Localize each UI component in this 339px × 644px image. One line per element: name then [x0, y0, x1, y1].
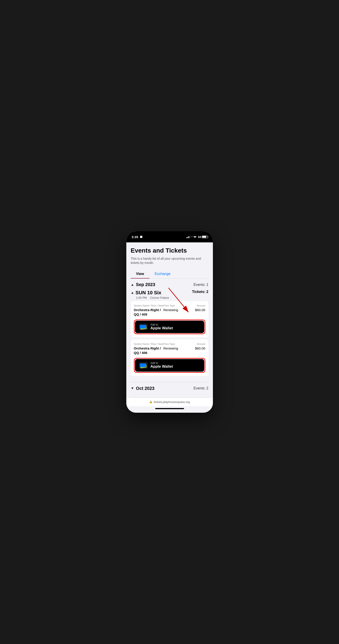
battery-icon: 84 — [198, 235, 207, 238]
section-value-1: Orchestra Right / QQ / 405 — [134, 308, 163, 316]
home-bar[interactable] — [155, 408, 184, 409]
wallet-icon-1 — [139, 324, 148, 330]
tab-exchange[interactable]: Exchange — [149, 270, 176, 278]
url-bar: 🔒 tickets.playhousesquare.org — [126, 398, 213, 406]
add-to-text-2: Add to — [151, 362, 173, 364]
home-indicator — [126, 406, 213, 413]
signal-icon — [186, 236, 190, 238]
event-day-name: ▲ SUN 10 Six — [131, 290, 192, 296]
amount-value-2: $60.00 — [188, 346, 205, 350]
wifi-icon: ᵎ — [192, 235, 197, 238]
price-type-value-2: Renewing — [163, 346, 188, 350]
apple-wallet-button-2[interactable]: Add to Apple Wallet — [135, 359, 204, 372]
month-section-sep: ▲ Sep 2023 Events: 1 ▲ SUN 10 Six 1:00 P… — [131, 278, 208, 382]
time-display: 3:35 — [132, 235, 138, 239]
price-type-label-2: Price Type — [163, 342, 188, 345]
month-header-oct[interactable]: ▼ Oct 2023 Events: 2 — [131, 386, 208, 391]
status-bar-left: 3:35 ⊡ — [132, 235, 142, 239]
amount-label-1: Amount — [188, 304, 205, 307]
page-subtitle: This is a handy list of all your upcomin… — [131, 256, 208, 265]
price-type-label-1: Price Type — [163, 304, 188, 307]
event-sun10-six: ▲ SUN 10 Six 1:00 PM Connor Palace Ticke… — [131, 290, 208, 376]
add-to-text-1: Add to — [151, 323, 173, 326]
event-chevron-up-icon: ▲ — [131, 291, 134, 295]
sep-events-count: Events: 1 — [194, 283, 208, 287]
amount-value-1: $60.00 — [188, 308, 205, 312]
page-content: Events and Tickets This is a handy list … — [126, 242, 213, 398]
url-text: tickets.playhousesquare.org — [154, 400, 190, 404]
tab-view[interactable]: View — [131, 270, 149, 278]
apple-wallet-button-1[interactable]: Add to Apple Wallet — [135, 321, 204, 333]
month-title-sep: ▲ Sep 2023 — [131, 282, 155, 287]
section-label-1: Section Name / Row / Seat — [134, 304, 163, 307]
annotation-wrapper: Section Name / Row / Seat Price Type Amo… — [131, 301, 208, 376]
apple-wallet-text-2: Apple Wallet — [151, 364, 173, 369]
notification-icon: ⊡ — [140, 236, 142, 238]
phone-shell: 3:35 ⊡ ᵎ 84 Event — [126, 231, 213, 413]
highlight-box-1: Add to Apple Wallet — [134, 320, 205, 334]
apple-wallet-text-1: Apple Wallet — [151, 326, 173, 330]
ticket-card-1: Section Name / Row / Seat Price Type Amo… — [131, 301, 208, 337]
ticket-card-2: Section Name / Row / Seat Price Type Amo… — [131, 340, 208, 376]
month-header-sep[interactable]: ▲ Sep 2023 Events: 1 — [131, 282, 208, 287]
oct-events-count: Events: 2 — [194, 386, 208, 390]
price-type-value-1: Renewing — [163, 308, 188, 312]
month-section-oct: ▼ Oct 2023 Events: 2 — [131, 382, 208, 398]
status-bar: 3:35 ⊡ ᵎ 84 — [126, 231, 213, 242]
month-title-oct: ▼ Oct 2023 — [131, 386, 155, 391]
page-title: Events and Tickets — [131, 247, 208, 254]
wallet-icon-2 — [139, 362, 148, 369]
section-value-2: Orchestra Right / QQ / 406 — [134, 346, 163, 355]
event-venue: 1:00 PM Connor Palace — [131, 296, 192, 300]
event-header: ▲ SUN 10 Six 1:00 PM Connor Palace Ticke… — [131, 290, 208, 300]
amount-label-2: Amount — [188, 342, 205, 345]
chevron-down-icon: ▼ — [131, 386, 134, 390]
event-tickets-count: Tickets: 2 — [192, 290, 208, 294]
tabs-bar: View Exchange — [131, 270, 208, 278]
highlight-box-2: Add to Apple Wallet — [134, 358, 205, 372]
lock-icon: 🔒 — [149, 400, 153, 404]
status-bar-right: ᵎ 84 — [186, 235, 207, 238]
section-label-2: Section Name / Row / Seat — [134, 342, 163, 345]
chevron-up-icon: ▲ — [131, 283, 134, 287]
